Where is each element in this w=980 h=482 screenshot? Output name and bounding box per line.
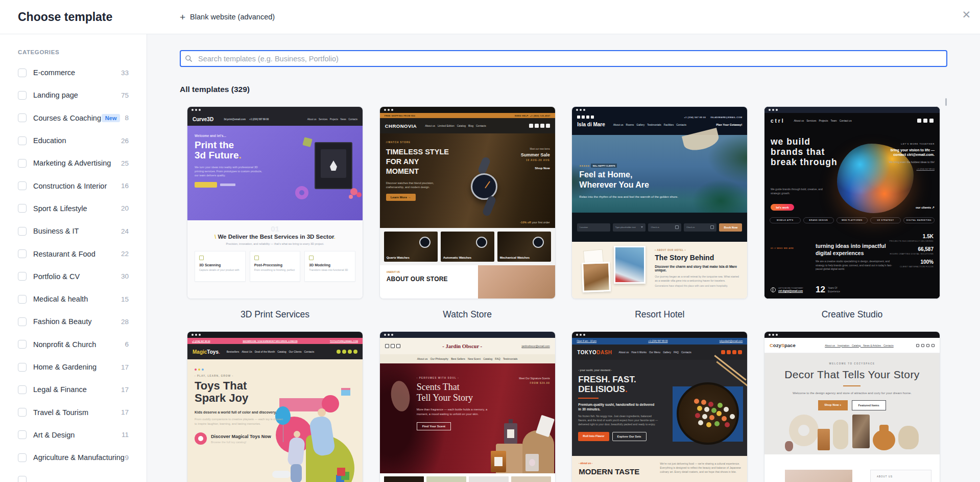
checkbox[interactable]: [18, 249, 27, 258]
preview-paragraph: We turn your ideas into reality with pro…: [195, 165, 266, 178]
checkbox[interactable]: [18, 295, 27, 304]
preview-topbar: FREE SHIPPING FROM $50NEED HELP: +1 (800…: [380, 113, 555, 118]
category-label: Fashion & Beauty: [33, 317, 91, 326]
category-row-business-it[interactable]: Business & IT24: [0, 220, 147, 242]
preview-email: ISLADIMARE@EMAIL.COM: [710, 116, 742, 119]
preview-hero: - PLAY, LEARN, GROW - Toys ThatSpark Joy…: [187, 359, 363, 482]
category-row-home-gardening[interactable]: Home & Gardening17: [0, 356, 147, 378]
preview-lead: Kids deserve a world full of color and d…: [195, 410, 355, 414]
category-label: Travel & Tourism: [33, 408, 88, 417]
template-card-3d-print-services[interactable]: Curve3D 3d.print@email.com+1 (234) 567 8…: [187, 106, 363, 330]
category-row-medical-health[interactable]: Medical & health15: [0, 288, 147, 310]
preview-email: 3d.print@email.com: [224, 118, 246, 121]
template-thumbnail: +1 (234) 567 89 00 SHOWROOM: 1234 EGREMO…: [187, 331, 363, 482]
checkbox[interactable]: [18, 430, 27, 439]
template-card-toy-store[interactable]: +1 (234) 567 89 00 SHOWROOM: 1234 EGREMO…: [187, 331, 363, 482]
checkbox[interactable]: [18, 204, 27, 213]
template-card-perfume-store[interactable]: - Jardin Obscur - jardinobscur@email.com…: [379, 331, 556, 482]
scrollbar-thumb[interactable]: [945, 98, 947, 106]
learn-more-button: Learn More →: [386, 194, 416, 201]
checkbox[interactable]: [18, 385, 27, 394]
category-row-legal-finance[interactable]: Legal & Finance17: [0, 378, 147, 401]
template-card-decor-store[interactable]: CozySpace About us Inspiration Catalog N…: [764, 331, 940, 482]
checkbox[interactable]: [18, 408, 27, 417]
checkbox[interactable]: [18, 113, 27, 122]
social-icons: [337, 350, 357, 354]
section-title: All templates (329): [180, 84, 947, 94]
template-card-resort-hotel[interactable]: +1 (234) 567 89 00ISLADIMARE@EMAIL.COM I…: [571, 106, 748, 330]
category-row-agriculture-manufacturing[interactable]: Agriculture & Manufacturing9: [0, 446, 147, 469]
logo-accent: C: [770, 342, 773, 348]
category-row-nonprofit-church[interactable]: Nonprofit & Church6: [0, 333, 147, 356]
contact-kicker: LET'S WORK TOGETHER: [878, 143, 935, 145]
checkbox[interactable]: [18, 181, 27, 190]
category-label: Education: [33, 136, 66, 145]
about-lead: Discover the charm and story that make I…: [655, 265, 742, 272]
checkbox[interactable]: [18, 476, 27, 482]
template-card-watch-store[interactable]: FREE SHIPPING FROM $50NEED HELP: +1 (800…: [379, 106, 556, 330]
template-card-sushi-delivery[interactable]: Open 8 am - 10 pm +1 (234) 567 89 00 tok…: [571, 331, 748, 482]
feature-desc: Transform ideas into functional 3D: [309, 268, 351, 272]
category-row-construction-interior[interactable]: Construction & Interior16: [0, 174, 147, 197]
about-title: The Story Behind: [655, 254, 742, 262]
category-row-marketing-advertising[interactable]: Marketing & Advertising25: [0, 152, 147, 174]
browser-chrome-bar: [380, 107, 555, 113]
search-input[interactable]: [180, 50, 947, 67]
browser-chrome-bar: [380, 332, 555, 338]
template-thumbnail: +1 (234) 567 89 00ISLADIMARE@EMAIL.COM I…: [571, 106, 748, 299]
category-row-restaurant-food[interactable]: Restaurant & Food22: [0, 242, 147, 265]
preview-logo: Isla di Mare: [577, 122, 605, 127]
category-row-travel-tourism[interactable]: Travel & Tourism17: [0, 401, 147, 423]
cta-text: Discover Magical Toys NowBrowse the full…: [211, 434, 271, 444]
preview-nav-links: About us Services Projects News Contacts: [307, 118, 357, 121]
youtube-icon: [353, 350, 357, 354]
stat-value: 66,587: [890, 246, 934, 252]
tile-label: Automatic Watches: [443, 256, 471, 259]
checkbox[interactable]: [18, 340, 27, 349]
template-name: 3D Print Services: [187, 299, 363, 330]
category-count: 30: [121, 272, 129, 280]
title-line: FRESH. FAST.: [578, 375, 741, 384]
service-pill: WEB PLATFORMS: [836, 217, 868, 223]
category-row-portfolio-cv[interactable]: Portfolio & CV30: [0, 265, 147, 288]
checkbox[interactable]: [18, 91, 27, 100]
category-count: 8: [125, 114, 129, 122]
category-label: Art & Design: [33, 431, 75, 439]
category-row-partial[interactable]: [0, 469, 147, 482]
category-row-fashion-beauty[interactable]: Fashion & Beauty28: [0, 310, 147, 333]
checkbox[interactable]: [18, 227, 27, 236]
lets-work-button: let's work: [771, 204, 794, 211]
youtube-icon: [732, 350, 736, 354]
facebook-icon: [916, 344, 919, 347]
checkbox[interactable]: [18, 136, 27, 145]
template-name: Resort Hotel: [571, 299, 748, 330]
process-icon: [254, 256, 259, 260]
checkbox[interactable]: [18, 68, 27, 77]
checkbox[interactable]: [18, 272, 27, 281]
category-count: 15: [121, 295, 129, 303]
wood-cylinder: [818, 429, 830, 450]
preview-title: TIMELESS STYLE FOR ANY MOMENT: [386, 147, 450, 176]
template-card-creative-studio[interactable]: ctrl About us Services Projects Team Con…: [764, 106, 940, 330]
category-row-landing-page[interactable]: Landing page75: [0, 84, 147, 106]
feature-card: 3D ScanningCapture details of your produ…: [195, 251, 246, 282]
logo-part: TOKYO: [577, 350, 596, 355]
category-row-education[interactable]: Education26: [0, 129, 147, 152]
checkbox[interactable]: [18, 317, 27, 326]
checkbox[interactable]: [18, 159, 27, 168]
youtube-icon: [396, 344, 400, 348]
blank-website-button[interactable]: + Blank website (advanced): [180, 12, 275, 22]
feature-card: 3D ModelingTransform ideas into function…: [304, 251, 355, 282]
category-row-art-design[interactable]: Art & Design11: [0, 424, 147, 446]
navbar-top-row: +1 (234) 567 89 00ISLADIMARE@EMAIL.COM: [577, 116, 742, 119]
checkbox[interactable]: [18, 453, 27, 462]
preview-email: TOYS.STORE@EMAIL.COM: [330, 340, 358, 342]
checkbox[interactable]: [18, 363, 27, 372]
service-badges: MOBILE APPS BRAND DESIGN WEB PLATFORMS U…: [764, 215, 940, 225]
facebook-icon: [917, 119, 921, 123]
category-row-courses-coaching[interactable]: Courses & CoachingNew8: [0, 107, 147, 129]
close-icon[interactable]: ✕: [962, 9, 971, 20]
category-row-ecommerce[interactable]: E-commerce33: [0, 61, 147, 84]
category-row-sport-lifestyle[interactable]: Sport & Lifestyle20: [0, 197, 147, 220]
preview-buttons: Shop Now + Featured Items: [764, 400, 940, 410]
